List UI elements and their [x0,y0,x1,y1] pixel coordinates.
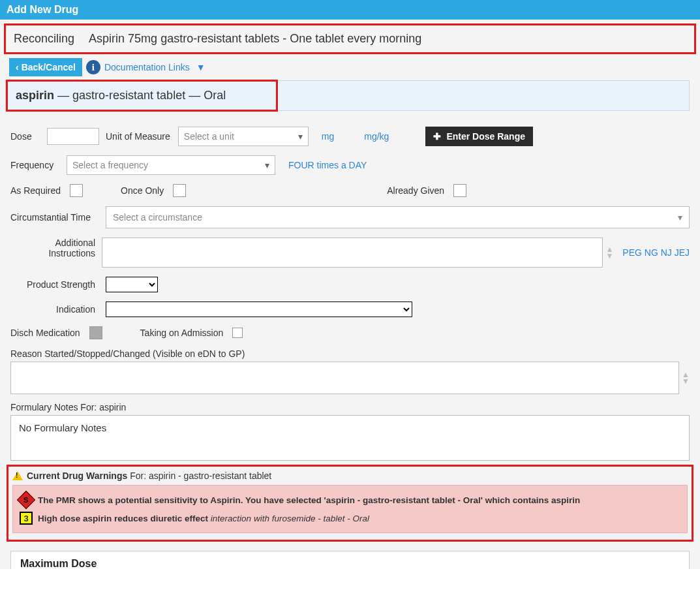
plus-icon: ✚ [433,131,441,142]
sensitivity-diamond-icon: S [17,491,35,509]
documentation-links[interactable]: Documentation Links [104,62,190,72]
warnings-title: Current Drug Warnings [27,471,127,481]
drug-route: Oral [204,89,226,102]
strength-select[interactable] [106,277,158,292]
strength-label: Product Strength [10,279,102,290]
reconciling-text: Aspirin 75mg gastro-resistant tablets - … [89,32,421,45]
spinner-icon[interactable]: ▲▼ [682,371,690,384]
caret-down-icon: ▾ [298,131,303,142]
maximum-dose-section: Maximum Dose [10,551,690,569]
chevron-left-icon: ‹ [16,62,19,72]
warnings-section: Current Drug Warnings For: aspirin - gas… [7,465,693,542]
dose-range-label: Enter Dose Range [446,131,525,142]
as-required-checkbox[interactable] [70,184,83,197]
info-icon: i [86,60,100,74]
back-cancel-label: Back/Cancel [22,62,76,72]
drug-form: gastro-resistant tablet [72,89,185,102]
interaction-warning-bold: High dose aspirin reduces diuretic effec… [38,514,208,523]
once-only-label: Once Only [121,185,164,196]
warnings-body: S The PMR shows a potential sensitivity … [12,485,688,533]
additional-instructions-input[interactable] [102,238,603,268]
circumstance-select[interactable]: Select a circumstance ▾ [106,206,690,228]
quick-frequency[interactable]: FOUR times a DAY [288,160,367,170]
frequency-label: Frequency [10,160,63,170]
caret-down-icon: ▾ [265,160,269,170]
additional-label-1: Additional [55,238,96,248]
sensitivity-warning: The PMR shows a potential sensitivity to… [38,495,580,505]
already-given-checkbox[interactable] [453,184,466,197]
reconciling-banner: Reconciling Aspirin 75mg gastro-resistan… [4,23,696,54]
taking-checkbox[interactable] [232,328,243,338]
dose-input[interactable] [47,128,99,145]
interaction-badge: 3 [20,512,33,525]
back-cancel-button[interactable]: ‹ Back/Cancel [9,58,82,76]
formulary-notes: No Formulary Notes [10,415,690,461]
quick-unit-mg[interactable]: mg [322,131,334,142]
reconciling-label: Reconciling [14,32,74,45]
frequency-select[interactable]: Select a frequency ▾ [67,155,275,175]
uom-placeholder: Select a unit [184,131,234,142]
frequency-placeholder: Select a frequency [72,160,148,170]
window-title: Add New Drug [0,0,700,20]
already-given-label: Already Given [387,185,444,196]
uom-select[interactable]: Select a unit ▾ [178,127,309,146]
reason-label: Reason Started/Stopped/Changed (Visible … [10,348,690,359]
indication-label: Indication [10,304,102,315]
reason-input[interactable] [10,362,679,394]
chevron-down-icon[interactable]: ▼ [196,62,205,72]
circumstance-label: Circumstantial Time [10,212,102,223]
disch-label: Disch Medication [10,328,80,338]
drug-name: aspirin [16,89,54,102]
dose-label: Dose [10,131,43,142]
additional-label-2: Instructions [48,248,95,258]
as-required-label: As Required [10,185,61,196]
indication-select[interactable] [106,302,412,317]
selected-drug-bar: aspirin — gastro-resistant tablet — Oral [5,80,690,111]
quick-unit-mgkg[interactable]: mg/kg [364,131,389,142]
warnings-for: For: aspirin - gastro-resistant tablet [130,471,271,481]
once-only-checkbox[interactable] [173,184,186,197]
caret-down-icon: ▾ [678,212,682,223]
enter-dose-range-button[interactable]: ✚ Enter Dose Range [425,127,533,146]
warning-triangle-icon [12,471,23,480]
formulary-label: Formulary Notes For: aspirin [10,402,690,412]
uom-label: Unit of Measure [106,131,170,142]
quick-additional[interactable]: PEG NG NJ JEJ [622,247,690,258]
disch-checkbox[interactable] [89,326,102,339]
taking-label: Taking on Admission [140,328,224,338]
circumstance-placeholder: Select a circumstance [113,212,202,223]
interaction-warning-detail: interaction with furosemide - tablet - O… [211,514,369,523]
spinner-icon[interactable]: ▲▼ [605,246,613,259]
